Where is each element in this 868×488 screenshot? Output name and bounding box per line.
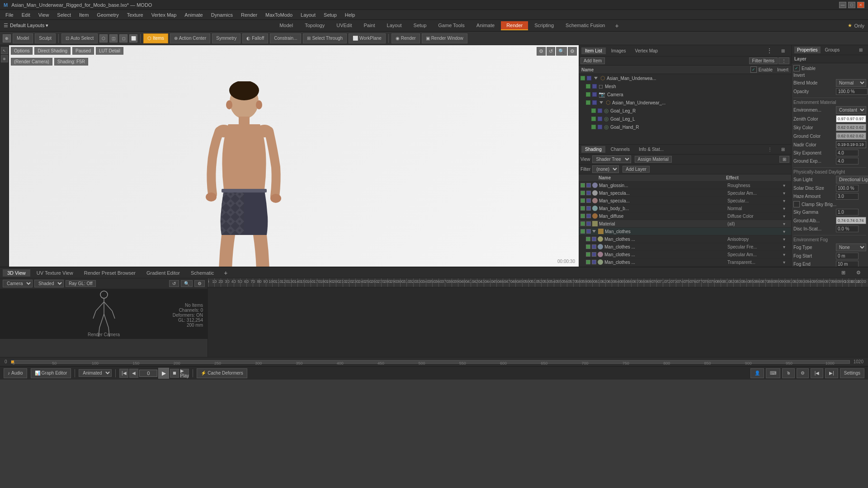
- shader-row[interactable]: Man_clothes ... Specular Fre... ▾: [584, 243, 791, 251]
- left-icon-2[interactable]: ⊕: [1, 55, 8, 62]
- btm-expand[interactable]: ⊞: [837, 269, 850, 277]
- lut-detail-btn[interactable]: LUT Detail: [96, 47, 123, 55]
- select-icon-3[interactable]: ◻: [119, 34, 127, 42]
- list-item[interactable]: 📷 Camera: [584, 90, 791, 99]
- falloff-btn[interactable]: ◐ Falloff: [242, 33, 268, 43]
- camera-viewport[interactable]: Render Camera No Items Channels: 0 Defor…: [0, 289, 208, 339]
- add-layer-btn[interactable]: Add Layer: [623, 166, 650, 173]
- ground-exp-input[interactable]: [836, 158, 859, 164]
- shader-row[interactable]: Man_diffuse Diffuse Color ▾: [579, 212, 791, 220]
- shader-chevron[interactable]: ▾: [783, 183, 789, 188]
- shader-expand[interactable]: ⊞: [778, 146, 788, 153]
- item-list-expand[interactable]: ⊞: [778, 47, 788, 54]
- tab-schematic[interactable]: Schematic Fusion: [560, 21, 610, 30]
- tab-channels[interactable]: Channels: [607, 146, 633, 153]
- mode-model-btn[interactable]: Model: [13, 33, 33, 43]
- shader-chevron[interactable]: ▾: [783, 198, 789, 203]
- ground-color[interactable]: 0.62 0.62 0.62: [836, 132, 866, 140]
- menu-item[interactable]: Item: [75, 11, 92, 19]
- shader-vis[interactable]: [586, 244, 590, 249]
- props-expand[interactable]: ⊞: [856, 47, 865, 53]
- render-camera-btn[interactable]: (Render Camera): [11, 58, 52, 66]
- list-item[interactable]: ◎ Goal_Hand_R: [590, 123, 791, 131]
- shader-row[interactable]: Man_glossin... Roughness ▾: [579, 182, 791, 189]
- vis-icon2[interactable]: [592, 84, 597, 89]
- left-icon-1[interactable]: ↖: [1, 47, 8, 54]
- shader-settings[interactable]: ⋮: [764, 146, 776, 153]
- layout-name[interactable]: Default Layouts ▾: [10, 23, 49, 28]
- vis-icon2[interactable]: [592, 100, 597, 105]
- solar-disc-input[interactable]: [836, 185, 859, 192]
- shader-panel-btn[interactable]: ⊞: [779, 156, 789, 163]
- play-label-btn[interactable]: ▶ Play: [180, 369, 189, 378]
- close-button[interactable]: ✕: [857, 2, 864, 8]
- expand-icon[interactable]: [594, 77, 598, 80]
- shader-vis2[interactable]: [592, 237, 596, 241]
- disc-inscat-input[interactable]: [836, 225, 859, 232]
- menu-help[interactable]: Help: [341, 11, 359, 19]
- environ-select[interactable]: Constant: [836, 106, 866, 114]
- sculpt-btn[interactable]: Sculpt: [35, 33, 56, 43]
- tl-ctrl-2[interactable]: 🔍: [181, 280, 193, 287]
- item-list-settings[interactable]: ⋮: [763, 47, 776, 55]
- opacity-input[interactable]: [836, 88, 868, 95]
- menu-dynamics[interactable]: Dynamics: [208, 11, 236, 19]
- shader-chevron[interactable]: ▾: [783, 252, 789, 257]
- btm-add-tab[interactable]: +: [220, 268, 231, 278]
- status-icon-3[interactable]: 🖱: [782, 368, 795, 378]
- shader-row[interactable]: Man_clothes ... Specular Am... ▾: [584, 251, 791, 258]
- menu-animate[interactable]: Animate: [181, 11, 206, 19]
- animated-select[interactable]: Animated: [79, 369, 112, 377]
- menu-file[interactable]: File: [2, 11, 17, 19]
- btm-tab-gradient[interactable]: Gradient Editor: [142, 269, 184, 277]
- tab-model[interactable]: Model: [274, 21, 298, 30]
- list-item[interactable]: ◎ Goal_Leg_R: [590, 107, 791, 115]
- step-back-btn[interactable]: ◀: [129, 369, 138, 378]
- shader-vis2[interactable]: [586, 214, 591, 218]
- tab-topology[interactable]: Topology: [299, 21, 330, 30]
- direct-shading-btn[interactable]: Direct Shading: [34, 47, 71, 55]
- vis-icon[interactable]: [586, 100, 590, 105]
- shader-vis2[interactable]: [592, 260, 596, 264]
- assign-material-btn[interactable]: Assign Material: [635, 156, 672, 163]
- stop-btn[interactable]: ⏹: [170, 369, 179, 378]
- options-btn[interactable]: Options: [11, 47, 33, 55]
- menu-setup[interactable]: Setup: [320, 11, 340, 19]
- graph-editor-btn[interactable]: 📊 Graph Editor: [31, 368, 71, 378]
- select-icon-4[interactable]: ⬜: [129, 34, 137, 42]
- menu-maxtomod[interactable]: MaxToModo: [262, 11, 296, 19]
- status-icon-1[interactable]: 👤: [750, 368, 764, 378]
- shader-vis[interactable]: [580, 191, 585, 195]
- shader-row[interactable]: Man_specula... Specular... ▾: [579, 197, 791, 205]
- tl-ctrl-1[interactable]: ↺: [169, 280, 179, 287]
- paused-btn[interactable]: Paused: [72, 47, 94, 55]
- ray-gl-btn[interactable]: Ray GL: Off: [66, 280, 96, 287]
- sky-color[interactable]: 0.62 0.62 0.62: [836, 124, 866, 131]
- btm-tab-uv[interactable]: UV Texture View: [32, 269, 78, 277]
- sky-exp-input[interactable]: [836, 150, 859, 156]
- vp-ctrl-1[interactable]: ⚙: [537, 47, 546, 56]
- vis-icon[interactable]: [591, 125, 596, 129]
- enable-checkbox[interactable]: ✓: [793, 65, 800, 71]
- vis-icon[interactable]: [586, 92, 590, 97]
- vis-icon2[interactable]: [587, 76, 591, 80]
- haze-input[interactable]: [836, 193, 859, 200]
- auto-select-btn[interactable]: ⊡ Auto Select: [61, 33, 98, 43]
- btm-settings[interactable]: ⚙: [852, 269, 865, 277]
- shader-row[interactable]: Man_clothes ... Anisotropy ▾: [584, 235, 791, 243]
- tab-shading[interactable]: Shading: [581, 146, 605, 153]
- toolbar-icon-1[interactable]: ⊕: [3, 34, 11, 42]
- vp-ctrl-2[interactable]: ↺: [547, 47, 555, 56]
- shader-vis2[interactable]: [586, 191, 591, 195]
- btm-tab-schematic[interactable]: Schematic: [186, 269, 218, 277]
- tab-vertex-map[interactable]: Vertex Map: [632, 47, 662, 54]
- cache-deformers-btn[interactable]: ⚡ Cache Deformers: [197, 368, 247, 378]
- items-btn[interactable]: ⬡ Items: [143, 33, 168, 43]
- work-plane-btn[interactable]: ⬜ WorkPlane: [349, 33, 386, 43]
- enable-check[interactable]: ✓: [750, 66, 757, 73]
- btm-tab-preset[interactable]: Render Preset Browser: [80, 269, 140, 277]
- expand-icon[interactable]: [599, 101, 603, 104]
- menu-texture[interactable]: Texture: [123, 11, 147, 19]
- shader-row[interactable]: Man_clothes ... Roughness ▾: [584, 266, 791, 267]
- render-window-btn[interactable]: ▣ Render Window: [422, 33, 467, 43]
